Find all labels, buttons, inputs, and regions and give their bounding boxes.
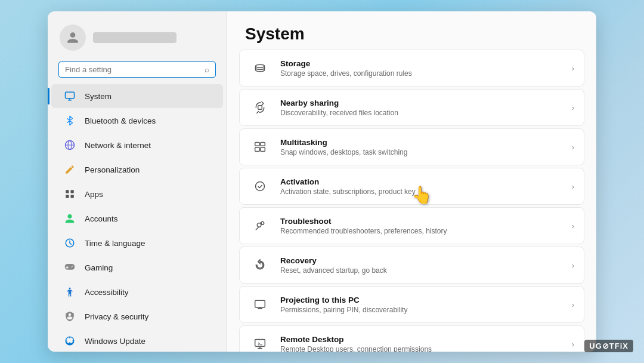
user-name-block	[93, 32, 177, 43]
nearby-sharing-title: Nearby sharing	[280, 99, 562, 107]
sidebar-item-label-network: Network & internet	[85, 141, 151, 150]
settings-item-recovery[interactable]: RecoveryReset, advanced startup, go back…	[239, 247, 584, 284]
search-icon: ⌕	[205, 65, 209, 74]
storage-desc: Storage space, drives, configuration rul…	[280, 69, 562, 78]
troubleshoot-icon	[249, 215, 271, 236]
activation-chevron: ›	[572, 182, 574, 191]
settings-item-multitasking[interactable]: MultitaskingSnap windows, desktops, task…	[239, 128, 584, 165]
sidebar-item-time[interactable]: Time & language	[51, 231, 223, 255]
sidebar-item-label-accounts: Accounts	[85, 214, 118, 223]
storage-chevron: ›	[572, 64, 574, 73]
troubleshoot-chevron: ›	[572, 222, 574, 230]
sidebar-item-label-gaming: Gaming	[85, 263, 113, 272]
personalization-icon	[63, 163, 76, 176]
sidebar: ⌕ SystemBluetooth & devicesNetwork & int…	[48, 11, 227, 352]
svg-point-9	[69, 288, 71, 290]
sidebar-item-network[interactable]: Network & internet	[51, 133, 223, 157]
svg-rect-12	[255, 143, 260, 146]
accounts-icon	[63, 212, 76, 225]
privacy-icon	[63, 310, 76, 323]
sidebar-item-apps[interactable]: Apps	[51, 182, 223, 206]
sidebar-item-label-bluetooth: Bluetooth & devices	[85, 116, 156, 125]
watermark: UG⊘TFiX	[584, 340, 633, 352]
recovery-chevron: ›	[572, 261, 574, 270]
sidebar-item-privacy[interactable]: Privacy & security	[51, 304, 223, 328]
sidebar-item-accounts[interactable]: Accounts	[51, 207, 223, 230]
nearby-sharing-icon	[249, 97, 271, 118]
accessibility-icon	[63, 285, 76, 299]
search-input[interactable]	[65, 65, 200, 74]
settings-item-troubleshoot[interactable]: TroubleshootRecommended troubleshooters,…	[239, 207, 584, 244]
svg-rect-7	[71, 195, 74, 198]
network-icon	[63, 139, 76, 152]
projecting-chevron: ›	[572, 300, 574, 309]
svg-rect-11	[258, 106, 262, 110]
remote-desktop-desc: Remote Desktop users, connection permiss…	[280, 345, 562, 352]
apps-icon	[63, 187, 76, 201]
activation-desc: Activation state, subscriptions, product…	[280, 187, 562, 196]
sidebar-item-label-system: System	[85, 92, 112, 101]
troubleshoot-desc: Recommended troubleshooters, preferences…	[280, 227, 562, 235]
activation-title: Activation	[280, 177, 562, 186]
system-icon	[63, 90, 76, 103]
multitasking-desc: Snap windows, desktops, task switching	[280, 148, 562, 156]
multitasking-icon	[249, 136, 271, 158]
remote-desktop-chevron: ›	[572, 340, 574, 349]
projecting-desc: Permissions, pairing PIN, discoverabilit…	[280, 306, 562, 314]
remote-desktop-icon	[249, 333, 271, 352]
gaming-icon	[63, 261, 76, 274]
svg-rect-14	[255, 147, 260, 152]
recovery-desc: Reset, advanced startup, go back	[280, 266, 562, 275]
activation-icon	[249, 176, 271, 197]
svg-point-16	[256, 182, 265, 191]
settings-item-nearby-sharing[interactable]: Nearby sharingDiscoverability, received …	[239, 89, 584, 126]
page-title: System	[227, 11, 596, 50]
sidebar-item-gaming[interactable]: Gaming	[51, 256, 223, 279]
svg-rect-5	[71, 190, 74, 193]
storage-title: Storage	[280, 59, 562, 68]
recovery-icon	[249, 254, 271, 276]
svg-rect-18	[255, 300, 265, 307]
sidebar-item-bluetooth[interactable]: Bluetooth & devices	[51, 109, 223, 133]
search-box[interactable]: ⌕	[58, 61, 216, 78]
sidebar-item-label-apps: Apps	[85, 190, 103, 199]
settings-list: StorageStorage space, drives, configurat…	[227, 50, 596, 352]
nearby-sharing-chevron: ›	[572, 103, 574, 112]
svg-point-17	[261, 222, 264, 224]
storage-icon	[249, 57, 271, 79]
sidebar-item-label-accessibility: Accessibility	[85, 288, 129, 297]
sidebar-item-system[interactable]: System	[51, 84, 223, 108]
settings-item-remote-desktop[interactable]: Remote DesktopRemote Desktop users, conn…	[239, 325, 584, 352]
settings-item-storage[interactable]: StorageStorage space, drives, configurat…	[239, 50, 584, 87]
settings-item-projecting[interactable]: Projecting to this PCPermissions, pairin…	[239, 286, 584, 323]
time-icon	[63, 236, 76, 250]
recovery-title: Recovery	[280, 256, 562, 265]
user-section	[48, 11, 227, 59]
settings-item-activation[interactable]: ActivationActivation state, subscription…	[239, 168, 584, 205]
svg-rect-15	[261, 147, 265, 152]
sidebar-item-accessibility[interactable]: Accessibility	[51, 280, 223, 304]
multitasking-chevron: ›	[572, 143, 574, 152]
sidebar-item-winupdate[interactable]: Windows Update	[51, 329, 223, 352]
search-box-wrap: ⌕	[48, 59, 227, 84]
avatar	[60, 24, 86, 51]
svg-point-10	[256, 64, 265, 67]
svg-rect-19	[255, 340, 265, 347]
sidebar-item-personalization[interactable]: Personalization	[51, 158, 223, 182]
sidebar-item-label-time: Time & language	[85, 239, 145, 248]
remote-desktop-title: Remote Desktop	[280, 335, 562, 344]
winupdate-icon	[63, 334, 76, 347]
nearby-sharing-desc: Discoverability, received files location	[280, 109, 562, 117]
sidebar-item-label-privacy: Privacy & security	[85, 312, 148, 321]
svg-rect-4	[66, 190, 69, 193]
troubleshoot-title: Troubleshoot	[280, 217, 562, 226]
sidebar-item-label-personalization: Personalization	[85, 165, 140, 174]
svg-rect-0	[66, 92, 75, 99]
svg-rect-13	[261, 143, 265, 146]
sidebar-item-label-winupdate: Windows Update	[85, 337, 145, 346]
nav-list: SystemBluetooth & devicesNetwork & inter…	[48, 84, 227, 352]
bluetooth-icon	[63, 114, 76, 127]
projecting-icon	[249, 294, 271, 315]
svg-rect-6	[66, 195, 69, 198]
multitasking-title: Multitasking	[280, 138, 562, 147]
